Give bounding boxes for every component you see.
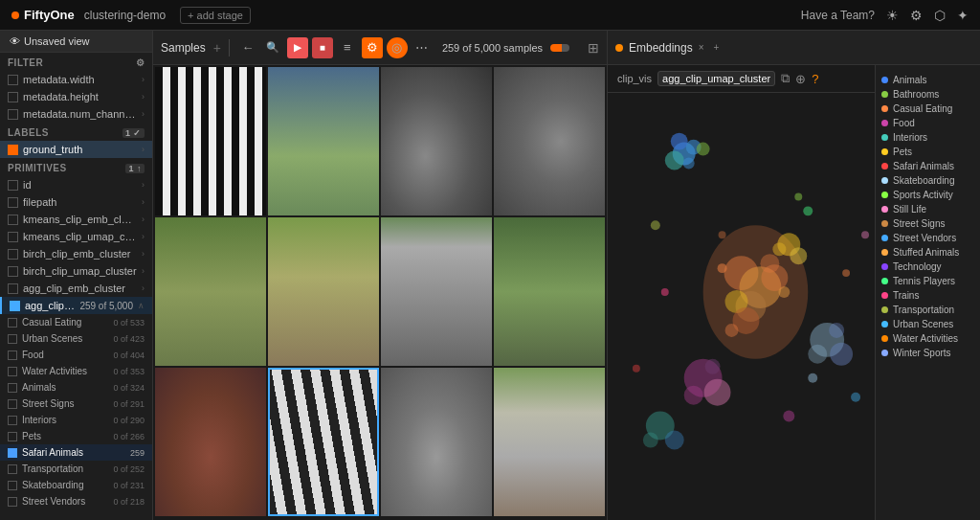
prev-button[interactable]: ← xyxy=(237,37,258,58)
sidebar-item-kmeans-umap[interactable]: kmeans_clip_umap_cluster › xyxy=(0,228,152,245)
stop-button[interactable]: ■ xyxy=(312,37,333,58)
legend-street-signs[interactable]: Street Signs xyxy=(881,216,974,231)
cluster-safari-animals[interactable]: Safari Animals 259 xyxy=(0,444,152,461)
casual-eating-checkbox[interactable] xyxy=(8,318,17,328)
animals-checkbox[interactable] xyxy=(8,383,17,393)
food-checkbox[interactable] xyxy=(8,350,17,360)
urban-scenes-checkbox[interactable] xyxy=(8,334,17,344)
grid-cell-10[interactable] xyxy=(268,368,379,516)
sidebar-item-metadata-channels[interactable]: metadata.num_channels › xyxy=(0,105,152,123)
legend-stuffed-animals[interactable]: Stuffed Animals xyxy=(881,245,974,260)
cluster-pets[interactable]: Pets 0 of 266 xyxy=(0,428,152,444)
grid-cell-9[interactable] xyxy=(155,368,266,516)
grid-cell-7[interactable] xyxy=(381,217,492,366)
legend-tennis-players[interactable]: Tennis Players xyxy=(881,274,974,288)
legend-safari-animals[interactable]: Safari Animals xyxy=(881,159,974,173)
grid-cell-2[interactable] xyxy=(268,67,379,215)
legend-winter-sports[interactable]: Winter Sports xyxy=(881,346,974,360)
safari-animals-checkbox[interactable] xyxy=(8,448,17,458)
filepath-checkbox[interactable] xyxy=(8,197,18,208)
agg-emb-checkbox[interactable] xyxy=(8,283,18,294)
settings-icon[interactable]: ⚙ xyxy=(910,8,923,23)
github-icon[interactable]: ⬡ xyxy=(934,8,946,23)
skateboarding-checkbox[interactable] xyxy=(8,481,17,490)
settings-button[interactable]: ⚙ xyxy=(362,37,383,58)
id-checkbox[interactable] xyxy=(8,180,18,191)
legend-skateboarding[interactable]: Skateboarding xyxy=(881,173,974,188)
street-vendors-checkbox[interactable] xyxy=(8,497,17,507)
circle-button[interactable]: ◎ xyxy=(387,37,408,58)
legend-trains[interactable]: Trains xyxy=(881,288,974,303)
grid-cell-8[interactable] xyxy=(494,217,605,366)
grid-cell-12[interactable] xyxy=(494,368,605,516)
cluster-food[interactable]: Food 0 of 404 xyxy=(0,347,152,363)
embeddings-tab-add[interactable]: + xyxy=(714,42,720,53)
sidebar-item-birch-umap[interactable]: birch_clip_umap_cluster › xyxy=(0,262,152,280)
sidebar-item-id[interactable]: id › xyxy=(0,176,152,193)
ground-truth-checkbox[interactable] xyxy=(8,145,18,155)
legend-pets[interactable]: Pets xyxy=(881,145,974,159)
grid-cell-1[interactable] xyxy=(155,67,266,215)
cluster-urban-scenes[interactable]: Urban Scenes 0 of 423 xyxy=(0,330,152,347)
sidebar-item-metadata-width[interactable]: metadata.width › xyxy=(0,71,152,88)
agg-umap-checkbox[interactable] xyxy=(10,301,20,311)
legend-food[interactable]: Food xyxy=(881,116,974,130)
legend-technology[interactable]: Technology xyxy=(881,260,974,274)
street-signs-checkbox[interactable] xyxy=(8,399,17,409)
cluster-street-signs[interactable]: Street Signs 0 of 291 xyxy=(0,396,152,412)
sidebar-item-filepath[interactable]: filepath › xyxy=(0,193,152,211)
samples-tab-label[interactable]: Samples xyxy=(161,41,206,55)
interiors-checkbox[interactable] xyxy=(8,416,17,425)
sidebar-item-birch-emb[interactable]: birch_clip_emb_cluster › xyxy=(0,245,152,262)
legend-sports-activity[interactable]: Sports Activity xyxy=(881,188,974,202)
embeddings-plot[interactable] xyxy=(608,93,875,520)
transportation-checkbox[interactable] xyxy=(8,464,17,474)
grid-cell-4[interactable] xyxy=(494,67,605,215)
cluster-street-vendors[interactable]: Street Vendors 0 of 218 xyxy=(0,493,152,509)
legend-animals[interactable]: Animals xyxy=(881,73,974,87)
more-button[interactable]: ⋯ xyxy=(412,37,433,58)
pets-checkbox[interactable] xyxy=(8,432,17,441)
cluster-transportation[interactable]: Transportation 0 of 252 xyxy=(0,461,152,477)
grid-cell-11[interactable] xyxy=(381,368,492,516)
sidebar-item-metadata-height[interactable]: metadata.height › xyxy=(0,88,152,105)
legend-urban-scenes[interactable]: Urban Scenes xyxy=(881,317,974,331)
legend-bathrooms[interactable]: Bathrooms xyxy=(881,87,974,102)
grid-cell-3[interactable] xyxy=(381,67,492,215)
cluster-animals[interactable]: Animals 0 of 324 xyxy=(0,379,152,396)
cluster-interiors[interactable]: Interiors 0 of 290 xyxy=(0,412,152,428)
legend-interiors[interactable]: Interiors xyxy=(881,130,974,145)
sun-icon[interactable]: ☀ xyxy=(886,8,899,23)
list-button[interactable]: ≡ xyxy=(337,37,358,58)
slack-icon[interactable]: ✦ xyxy=(957,8,969,23)
sidebar-item-kmeans-emb[interactable]: kmeans_clip_emb_cluster › xyxy=(0,211,152,228)
embeddings-tab-close[interactable]: × xyxy=(699,42,704,53)
grid-cell-5[interactable] xyxy=(155,217,266,366)
add-stage-button[interactable]: + add stage xyxy=(180,7,251,24)
water-activities-checkbox[interactable] xyxy=(8,367,17,376)
legend-water-activities[interactable]: Water Activities xyxy=(881,331,974,346)
birch-umap-checkbox[interactable] xyxy=(8,266,18,277)
unsaved-view-button[interactable]: 👁 Unsaved view xyxy=(0,31,152,53)
copy-icon[interactable]: ⧉ xyxy=(781,71,790,86)
legend-street-vendors[interactable]: Street Vendors xyxy=(881,231,974,245)
y-axis-select[interactable]: agg_clip_umap_cluster xyxy=(657,71,775,86)
cluster-water-activities[interactable]: Water Activities 0 of 353 xyxy=(0,363,152,379)
legend-transportation[interactable]: Transportation xyxy=(881,303,974,317)
lasso-icon[interactable]: ⊕ xyxy=(795,72,806,86)
kmeans-umap-checkbox[interactable] xyxy=(8,232,18,242)
metadata-channels-checkbox[interactable] xyxy=(8,109,18,120)
sidebar-item-agg-emb[interactable]: agg_clip_emb_cluster › xyxy=(0,280,152,297)
legend-casual-eating[interactable]: Casual Eating xyxy=(881,102,974,116)
filter-gear-icon[interactable]: ⚙ xyxy=(136,57,145,68)
kmeans-emb-checkbox[interactable] xyxy=(8,215,18,225)
sidebar-item-ground-truth[interactable]: ground_truth › xyxy=(0,141,152,158)
search-button[interactable]: 🔍 xyxy=(262,37,283,58)
metadata-height-checkbox[interactable] xyxy=(8,92,18,102)
grid-cell-6[interactable] xyxy=(268,217,379,366)
embeddings-tab-label[interactable]: Embeddings xyxy=(629,41,693,55)
legend-still-life[interactable]: Still Life xyxy=(881,202,974,216)
cluster-casual-eating[interactable]: Casual Eating 0 of 533 xyxy=(0,314,152,330)
have-a-team-link[interactable]: Have a Team? xyxy=(801,9,875,22)
grid-view-icon[interactable]: ⊞ xyxy=(588,40,599,56)
